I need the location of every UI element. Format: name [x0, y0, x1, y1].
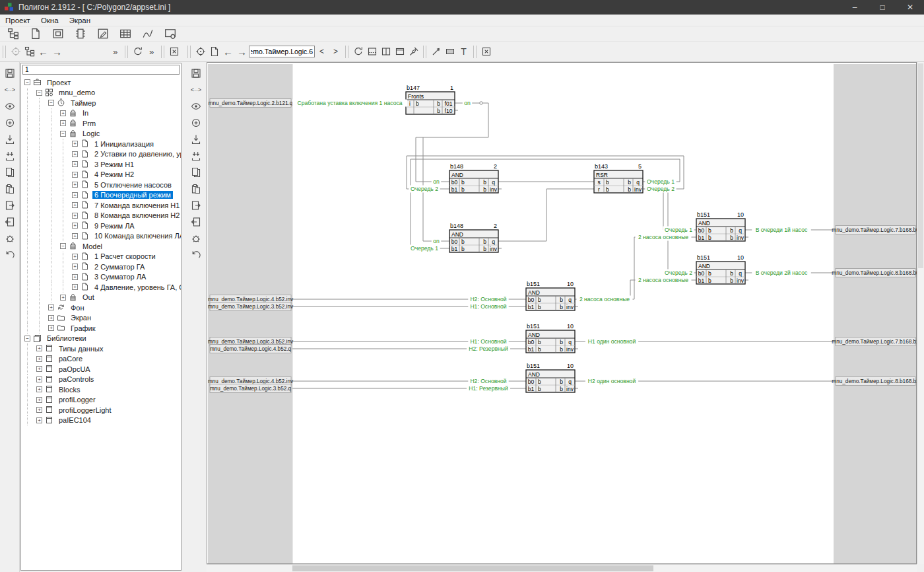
- toolbar-grip[interactable]: [345, 46, 348, 58]
- block-b148-AND[interactable]: b1482ANDb0bbqb1bbinv: [449, 163, 498, 193]
- tree-item-label[interactable]: 1 Расчет скорости: [92, 252, 158, 260]
- block-b151-AND[interactable]: b15110ANDb0bbqb1bbinv: [696, 254, 745, 284]
- left-margin-link[interactable]: mnu_demo.Таймер.Logic.4.b52.q: [210, 345, 292, 353]
- horizontal-scrollbar-thumb[interactable]: [292, 565, 653, 571]
- download-button[interactable]: [188, 133, 204, 146]
- tree-expander[interactable]: −: [36, 90, 42, 96]
- net-label[interactable]: Н2: Резервный: [467, 345, 510, 353]
- save-button[interactable]: [188, 67, 204, 80]
- net-label[interactable]: Н1: Основной: [468, 338, 508, 345]
- download-button[interactable]: [2, 133, 18, 146]
- net-label[interactable]: 2 насоса основные: [577, 296, 633, 303]
- tree-expander[interactable]: +: [72, 172, 78, 178]
- tree-item-label[interactable]: 1 Инициализация: [92, 140, 156, 148]
- tree-item-label[interactable]: paOpcUA: [57, 365, 92, 373]
- tree-item-label[interactable]: 6 Поочередный режим: [92, 191, 173, 199]
- tree-item-label[interactable]: 8 Команда включения Н2: [92, 211, 181, 219]
- net-label[interactable]: Очередь 2: [663, 269, 694, 277]
- tree-expander[interactable]: −: [60, 243, 66, 249]
- angle-left-button[interactable]: <: [315, 45, 329, 59]
- toolbar-grip[interactable]: [161, 46, 164, 58]
- wire[interactable]: [634, 237, 696, 299]
- tree-item-label[interactable]: profiLoggerLight: [57, 406, 114, 414]
- toolbar-grip[interactable]: [473, 46, 477, 58]
- tree-expander[interactable]: +: [72, 192, 78, 198]
- zoom-add-button[interactable]: [188, 116, 204, 129]
- download-all-button[interactable]: [2, 149, 18, 162]
- tree-expander[interactable]: −: [48, 100, 54, 106]
- overflow-button[interactable]: »: [145, 45, 158, 59]
- zoom-add-button[interactable]: [2, 116, 18, 129]
- net-label[interactable]: 2 насоса основные: [636, 277, 692, 284]
- left-margin-link[interactable]: mnu_demo.Таймер.Logic.2.b121.q: [209, 99, 293, 108]
- tree-expander[interactable]: +: [36, 376, 42, 382]
- block-b151-AND[interactable]: b15110ANDb0bbqb1bbinv: [526, 363, 575, 392]
- left-margin-link[interactable]: mnu_demo.Таймер.Logic.3.b52.inv: [208, 303, 294, 311]
- menu-screen[interactable]: Экран: [64, 16, 96, 25]
- tree-expander[interactable]: +: [60, 110, 66, 116]
- net-label[interactable]: Н1: Резервный: [467, 385, 510, 392]
- net-label[interactable]: 2 насоса основные: [636, 234, 692, 241]
- expand-tags-button[interactable]: <··>: [188, 83, 204, 96]
- menu-project[interactable]: Проект: [0, 16, 36, 25]
- net-label[interactable]: Очередь 1: [663, 227, 694, 234]
- net-label[interactable]: Н2 один основной: [585, 378, 638, 385]
- tree-expander[interactable]: +: [72, 223, 78, 229]
- net-label[interactable]: Н2: Основной: [468, 378, 508, 385]
- net-label[interactable]: Сработана уставка включения 1 насоса: [292, 100, 407, 107]
- tree-expander[interactable]: +: [48, 325, 54, 331]
- page-button[interactable]: [207, 45, 221, 59]
- debug-button[interactable]: [188, 232, 204, 245]
- paste-button[interactable]: [2, 182, 18, 196]
- export-button[interactable]: [188, 199, 204, 212]
- tree-item-label[interactable]: 9 Режим ЛА: [92, 222, 137, 230]
- net-label[interactable]: Н1 один основной: [585, 338, 638, 345]
- block-b151-AND[interactable]: b15110ANDb0bbqb1bbinv: [526, 281, 575, 310]
- tree-expander[interactable]: +: [72, 284, 78, 290]
- block-b151-AND[interactable]: b15110ANDb0bbqb1bbinv: [696, 211, 745, 241]
- copy-button[interactable]: [188, 166, 204, 179]
- tree-item-label[interactable]: Фон: [69, 304, 86, 312]
- right-margin-link[interactable]: mnu_demo.Таймер.Logic.8.b168.b1: [832, 377, 917, 386]
- download-all-button[interactable]: [188, 149, 204, 162]
- debug-button[interactable]: [2, 232, 18, 245]
- right-margin-link[interactable]: mnu_demo.Таймер.Logic.7.b168.b0: [832, 226, 917, 234]
- table-button[interactable]: [119, 27, 132, 40]
- overflow-button[interactable]: »: [108, 45, 122, 59]
- tree-item-label[interactable]: Экран: [69, 314, 93, 322]
- arrow-right-button[interactable]: →: [50, 45, 64, 59]
- block-b147-Fronts[interactable]: b1471Frontsibbf01bf10: [406, 85, 455, 114]
- tree-item-label[interactable]: profiLogger: [57, 396, 98, 404]
- locate-button[interactable]: [9, 45, 22, 59]
- net-label[interactable]: В очереди 1й насос: [752, 227, 811, 234]
- net-label[interactable]: Н1: Основной: [468, 303, 508, 310]
- export-button[interactable]: [2, 199, 18, 212]
- tree-expander[interactable]: +: [60, 120, 66, 126]
- tree-item-label[interactable]: Prm: [81, 120, 98, 127]
- tree-expander[interactable]: +: [36, 345, 42, 351]
- tree-expander[interactable]: −: [24, 79, 30, 85]
- screen-settings-button[interactable]: [164, 27, 177, 40]
- toolbar-grip[interactable]: [187, 46, 191, 58]
- tree-item-label[interactable]: Blocks: [57, 386, 82, 394]
- arrow-left-button[interactable]: ←: [221, 45, 235, 59]
- new-window-button[interactable]: [393, 45, 407, 59]
- tree-expander[interactable]: +: [72, 233, 78, 239]
- tree-expander[interactable]: −: [24, 336, 30, 341]
- expand-tags-button[interactable]: <··>: [2, 83, 18, 96]
- block-b151-AND[interactable]: b15110ANDb0bbqb1bbinv: [526, 323, 575, 353]
- tree-item-label[interactable]: Model: [81, 242, 104, 250]
- new-page-button[interactable]: [29, 27, 42, 40]
- tree-expander[interactable]: +: [72, 141, 78, 147]
- project-tree-button[interactable]: [22, 45, 36, 59]
- pin-button[interactable]: [407, 45, 420, 59]
- arrow-right-button[interactable]: →: [235, 45, 249, 59]
- tree-item-label[interactable]: 5 Отключение насосов: [92, 181, 174, 189]
- tree-item-label[interactable]: 7 Команда включения Н1: [92, 201, 181, 209]
- menu-windows[interactable]: Окна: [36, 16, 64, 25]
- tree-item-label[interactable]: 4 Режим Н2: [92, 170, 136, 178]
- net-label[interactable]: Очередь 1: [645, 178, 676, 186]
- net-label[interactable]: Очередь 2: [645, 186, 676, 193]
- edit-form-button[interactable]: [96, 27, 110, 40]
- copy-button[interactable]: [2, 166, 18, 179]
